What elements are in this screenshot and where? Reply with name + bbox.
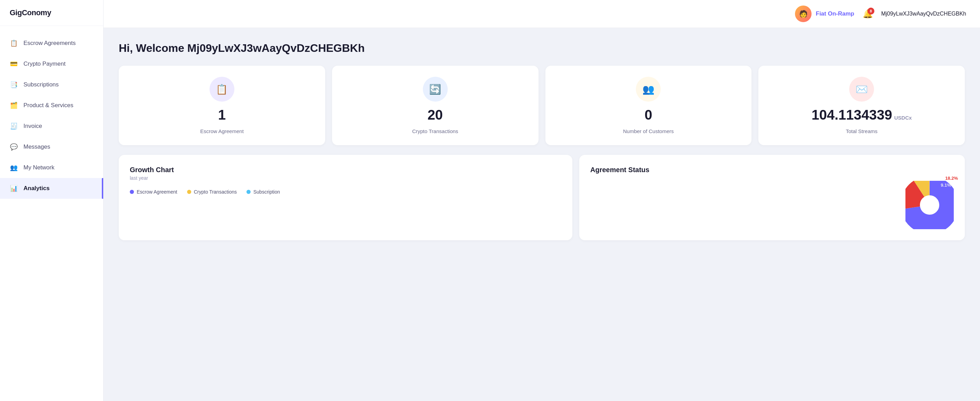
notification-badge: 8 <box>867 8 874 14</box>
legend-dot <box>130 190 134 194</box>
escrow-agreements-icon: 📋 <box>10 39 18 47</box>
crypto-transactions-icon: 🔄 <box>429 84 441 95</box>
total-streams-suffix: USDCx <box>894 115 912 121</box>
legend-item-subscription: Subscription <box>247 189 280 195</box>
bottom-row: Growth Chart last year Escrow Agreement … <box>119 155 965 240</box>
sidebar: GigConomy 📋 Escrow Agreements 💳 Crypto P… <box>0 0 103 401</box>
sidebar-item-label: Escrow Agreements <box>24 40 76 47</box>
customers-label: Number of Customers <box>623 128 674 134</box>
customers-icon-circle: 👥 <box>636 77 661 102</box>
username-display: Mj09yLwXJ3wAayQvDzCHEGBKh <box>881 11 966 17</box>
stat-card-crypto-transactions: 🔄 20 Crypto Transactions <box>332 66 538 145</box>
crypto-payment-icon: 💳 <box>10 60 18 68</box>
growth-chart-title: Growth Chart <box>130 166 561 174</box>
total-streams-icon: ✉️ <box>856 84 868 95</box>
customers-icon: 👥 <box>643 84 654 95</box>
legend-dot <box>247 190 251 194</box>
pie-percent-top: 9.1% <box>941 182 951 188</box>
pie-chart <box>905 181 954 229</box>
my-network-icon: 👥 <box>10 163 18 172</box>
welcome-heading: Hi, Welcome Mj09yLwXJ3wAayQvDzCHEGBKh <box>119 42 965 54</box>
sidebar-item-label: Subscriptions <box>24 81 59 88</box>
invoice-icon: 🧾 <box>10 122 18 130</box>
legend-label: Crypto Transactions <box>194 189 237 195</box>
total-streams-label: Total Streams <box>846 128 878 134</box>
avatar: 🧑 <box>795 6 811 22</box>
stat-card-customers: 👥 0 Number of Customers <box>546 66 752 145</box>
customers-value: 0 <box>644 107 652 123</box>
fiat-label: Fiat On-Ramp <box>816 10 854 17</box>
legend-label: Escrow Agreement <box>137 189 177 195</box>
stat-card-escrow-agreement: 📋 1 Escrow Agreement <box>119 66 325 145</box>
growth-chart-subtitle: last year <box>130 175 561 181</box>
crypto-transactions-icon-circle: 🔄 <box>423 77 448 102</box>
legend-item-escrow-agreement: Escrow Agreement <box>130 189 177 195</box>
stat-card-total-streams: ✉️ 104.1134339 USDCx Total Streams <box>758 66 965 145</box>
sidebar-item-label: My Network <box>24 164 54 171</box>
sidebar-item-escrow-agreements[interactable]: 📋 Escrow Agreements <box>0 33 103 54</box>
sidebar-item-my-network[interactable]: 👥 My Network <box>0 157 103 178</box>
crypto-transactions-label: Crypto Transactions <box>412 128 458 134</box>
nav-menu: 📋 Escrow Agreements 💳 Crypto Payment 📑 S… <box>0 26 103 401</box>
total-streams-icon-circle: ✉️ <box>849 77 874 102</box>
sidebar-item-product-services[interactable]: 🗂️ Product & Services <box>0 95 103 116</box>
pie-percent-side: 18.2% <box>945 176 958 181</box>
messages-icon: 💬 <box>10 143 18 151</box>
sidebar-item-subscriptions[interactable]: 📑 Subscriptions <box>0 74 103 95</box>
legend-dot <box>187 190 191 194</box>
logo-area: GigConomy <box>0 0 103 26</box>
escrow-agreement-icon: 📋 <box>216 84 228 95</box>
sidebar-item-analytics[interactable]: 📊 Analytics <box>0 178 103 199</box>
sidebar-item-label: Invoice <box>24 123 42 129</box>
sidebar-item-label: Messages <box>24 144 50 150</box>
escrow-agreement-value: 1 <box>218 107 226 123</box>
sidebar-item-label: Crypto Payment <box>24 61 65 67</box>
analytics-icon: 📊 <box>10 184 18 193</box>
sidebar-item-messages[interactable]: 💬 Messages <box>0 137 103 157</box>
sidebar-item-label: Product & Services <box>24 102 73 109</box>
crypto-transactions-value: 20 <box>427 107 443 123</box>
agreement-status-card: Agreement Status 9.1% 18.2% <box>579 155 965 240</box>
sidebar-item-crypto-payment[interactable]: 💳 Crypto Payment <box>0 54 103 74</box>
legend-item-crypto-transactions: Crypto Transactions <box>187 189 237 195</box>
sidebar-item-invoice[interactable]: 🧾 Invoice <box>0 116 103 137</box>
subscriptions-icon: 📑 <box>10 81 18 89</box>
pie-chart-container <box>590 181 954 229</box>
total-streams-value: 104.1134339 USDCx <box>811 107 912 123</box>
escrow-agreement-label: Escrow Agreement <box>200 128 244 134</box>
product-services-icon: 🗂️ <box>10 101 18 110</box>
sidebar-item-label: Analytics <box>24 185 50 192</box>
agreement-status-title: Agreement Status <box>590 166 954 174</box>
fiat-onramp-button[interactable]: 🧑 Fiat On-Ramp <box>795 6 854 22</box>
header: 🧑 Fiat On-Ramp 🔔 8 Mj09yLwXJ3wAayQvDzCHE… <box>103 0 980 28</box>
stats-row: 📋 1 Escrow Agreement 🔄 20 Crypto Transac… <box>119 66 965 145</box>
chart-legend: Escrow Agreement Crypto Transactions Sub… <box>130 189 561 195</box>
escrow-agreement-icon-circle: 📋 <box>210 77 234 102</box>
brand-logo: GigConomy <box>10 8 51 17</box>
growth-chart-card: Growth Chart last year Escrow Agreement … <box>119 155 572 240</box>
dashboard-body: Hi, Welcome Mj09yLwXJ3wAayQvDzCHEGBKh 📋 … <box>103 28 980 401</box>
legend-label: Subscription <box>253 189 280 195</box>
notification-button[interactable]: 🔔 8 <box>862 9 873 19</box>
main-content: 🧑 Fiat On-Ramp 🔔 8 Mj09yLwXJ3wAayQvDzCHE… <box>103 0 980 401</box>
